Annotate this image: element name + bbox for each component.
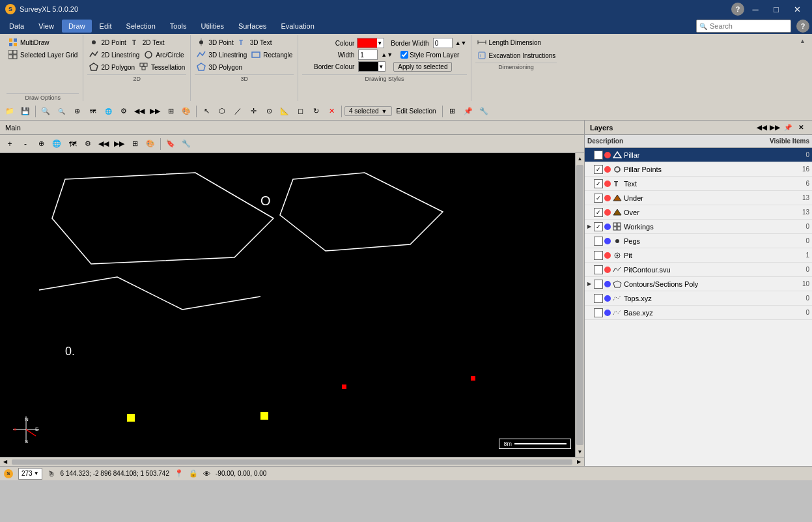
maximize-button[interactable]: □: [766, 2, 786, 16]
width-input[interactable]: [358, 50, 378, 60]
layer-row-base[interactable]: Base.xyz 0: [585, 306, 812, 320]
over-checkbox[interactable]: [594, 208, 603, 217]
border-width-input[interactable]: [433, 38, 453, 48]
close-button[interactable]: ✕: [787, 2, 807, 16]
pitcontour-checkbox[interactable]: [594, 265, 603, 274]
canvas-bookmark[interactable]: 🔖: [163, 137, 178, 151]
layers-back-button[interactable]: ◀◀: [756, 123, 768, 133]
menu-item-edit[interactable]: Edit: [93, 20, 119, 33]
zoom-dropdown[interactable]: 273 ▼: [18, 468, 42, 480]
pegs-checkbox[interactable]: [594, 237, 603, 246]
pit-checkbox[interactable]: [594, 251, 603, 260]
layers-close-button[interactable]: ✕: [795, 123, 807, 133]
map-button[interactable]: 🗺: [85, 104, 100, 119]
pillar-checkbox[interactable]: [594, 151, 603, 160]
menu-item-view[interactable]: View: [32, 20, 61, 33]
3d-polygon-button[interactable]: 3D Polygon: [195, 61, 244, 73]
forward-nav-button[interactable]: ▶▶: [148, 104, 162, 119]
layer-row-pegs[interactable]: Pegs 0: [585, 234, 812, 248]
search-box[interactable]: 🔍: [696, 20, 791, 33]
3d-linestring-button[interactable]: 3D Linestring: [195, 49, 248, 61]
layer-row-contours[interactable]: ▶ Contours/Sections Poly 10: [585, 277, 812, 291]
layer-row-workings[interactable]: ▶ Workings 0: [585, 220, 812, 234]
zoom-extent-button[interactable]: ⊕: [70, 104, 84, 119]
apply-to-selected-button[interactable]: Apply to selected: [393, 62, 452, 72]
menu-item-data[interactable]: Data: [3, 20, 31, 33]
layer-row-over[interactable]: Over 13: [585, 205, 812, 220]
horizontal-scrollbar[interactable]: ◀ ▶: [0, 457, 584, 466]
canvas-wrench[interactable]: 🔧: [179, 137, 193, 151]
layer-row-text[interactable]: T Text 6: [585, 177, 812, 191]
workings-checkbox[interactable]: [594, 222, 603, 231]
canvas-prev[interactable]: ◀◀: [96, 137, 111, 151]
pin-button[interactable]: 📌: [461, 104, 475, 119]
search-input[interactable]: [710, 22, 788, 30]
layer-row-pillar[interactable]: Pillar 0: [585, 148, 812, 162]
base-checkbox[interactable]: [594, 308, 603, 317]
text-checkbox[interactable]: [594, 179, 603, 188]
2d-linestring-button[interactable]: 2D Linestring: [87, 49, 141, 61]
selected-layer-grid-button[interactable]: Selected Layer Grid: [7, 49, 79, 61]
layer-row-pit[interactable]: Pit 1: [585, 248, 812, 263]
menu-item-utilities[interactable]: Utilities: [195, 20, 231, 33]
save-button[interactable]: 💾: [18, 104, 33, 119]
polygon-tool[interactable]: ⬡: [215, 104, 229, 119]
zoom-out-button[interactable]: 🔍: [54, 104, 68, 119]
style-from-layer-checkbox[interactable]: [400, 51, 408, 59]
workings-expand[interactable]: ▶: [587, 224, 594, 229]
canvas-map[interactable]: 🗺: [65, 137, 79, 151]
canvas-viewport[interactable]: 0. O N: [0, 153, 584, 457]
line-tool[interactable]: ／: [231, 104, 245, 119]
global-help-button[interactable]: ?: [796, 20, 809, 33]
border-colour-picker[interactable]: ▼: [358, 61, 385, 72]
back-nav-button[interactable]: ◀◀: [132, 104, 147, 119]
menu-item-selection[interactable]: Selection: [120, 20, 162, 33]
measure-tool[interactable]: 📐: [277, 104, 292, 119]
canvas-grid[interactable]: ⊞: [128, 137, 142, 151]
open-button[interactable]: 📁: [3, 104, 17, 119]
layers-toggle-button[interactable]: ⊞: [445, 104, 460, 119]
layer-row-under[interactable]: Under 13: [585, 191, 812, 205]
zoom-in-button[interactable]: 🔍: [38, 104, 53, 119]
canvas-color[interactable]: 🎨: [143, 137, 158, 151]
canvas-zoom-out[interactable]: -: [18, 137, 33, 151]
layer-row-pitcontour[interactable]: PitContour.svu 0: [585, 263, 812, 277]
contours-checkbox[interactable]: [594, 280, 603, 289]
2d-text-button[interactable]: T 2D Text: [129, 36, 166, 48]
cursor-tool[interactable]: ↖: [199, 104, 214, 119]
2d-polygon-button[interactable]: 2D Polygon: [87, 61, 136, 73]
tessellation-button[interactable]: Tessellation: [137, 61, 186, 73]
grid-button[interactable]: ⊞: [163, 104, 178, 119]
pillar-points-checkbox[interactable]: [594, 165, 603, 174]
canvas-globe[interactable]: 🌐: [49, 137, 64, 151]
cancel-tool[interactable]: ✕: [324, 104, 339, 119]
extra-tool[interactable]: 🔧: [477, 104, 491, 119]
layer-row-pillar-points[interactable]: Pillar Points 16: [585, 162, 812, 177]
length-dimension-button[interactable]: Length Dimension: [475, 36, 557, 48]
menu-item-surfaces[interactable]: Surfaces: [232, 20, 273, 33]
edit-selection-button[interactable]: Edit Selection: [393, 104, 440, 119]
canvas-next[interactable]: ▶▶: [112, 137, 126, 151]
help-button[interactable]: ?: [731, 3, 744, 16]
menu-item-evaluation[interactable]: Evaluation: [274, 20, 320, 33]
menu-item-tools[interactable]: Tools: [163, 20, 193, 33]
layers-pin-button[interactable]: 📌: [782, 123, 794, 133]
under-checkbox[interactable]: [594, 194, 603, 203]
rotate-tool[interactable]: ↻: [309, 104, 323, 119]
ribbon-collapse-button[interactable]: ▲: [796, 36, 809, 46]
select-tool[interactable]: ◻: [293, 104, 307, 119]
excavation-instructions-button[interactable]: i Excavation Instructions: [475, 50, 557, 61]
crosshair-tool[interactable]: ✛: [246, 104, 260, 119]
globe-button[interactable]: 🌐: [101, 104, 115, 119]
contours-expand[interactable]: ▶: [587, 281, 594, 287]
2d-point-button[interactable]: 2D Point: [87, 36, 127, 48]
3d-point-button[interactable]: 3D Point: [195, 36, 234, 48]
settings-button[interactable]: ⚙: [117, 104, 131, 119]
rectangle-button[interactable]: Rectangle: [249, 49, 294, 61]
colour-picker[interactable]: ▼: [357, 38, 384, 48]
3d-text-button[interactable]: T 3D Text: [236, 36, 273, 48]
canvas-settings[interactable]: ⚙: [81, 137, 95, 151]
canvas-zoom-extent[interactable]: ⊕: [34, 137, 48, 151]
arc-circle-button[interactable]: Arc/Circle: [142, 49, 185, 61]
snap-tool[interactable]: ⊙: [262, 104, 276, 119]
